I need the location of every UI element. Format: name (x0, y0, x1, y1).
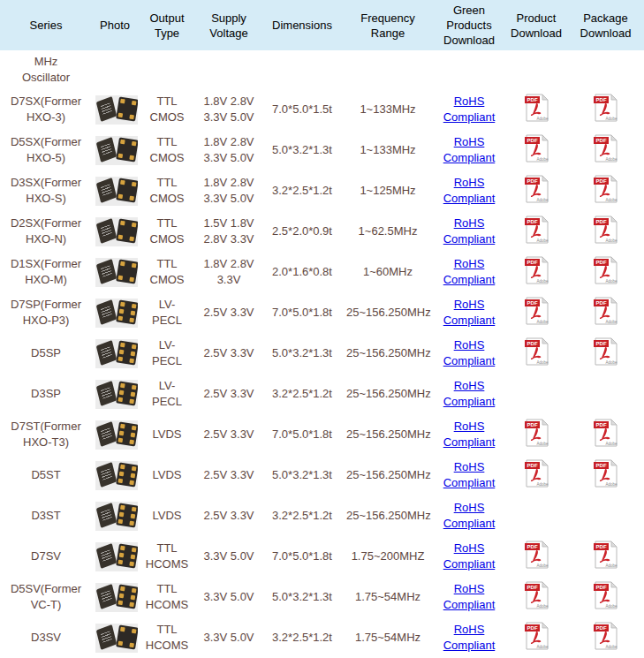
rohs-compliant-link[interactable]: RoHS Compliant (443, 256, 496, 288)
dimensions-cell: 3.2*2.5*1.2t (261, 170, 343, 211)
chip-pad (132, 628, 137, 633)
product-download-cell: PDF Adobe (505, 292, 567, 333)
chip-pad (129, 561, 134, 566)
series-cell: D2SX(Former HXO-N) (0, 211, 92, 252)
rohs-compliant-link[interactable]: RoHS Compliant (443, 581, 496, 613)
svg-text:Adobe: Adobe (536, 278, 549, 283)
column-header-frequency-range: Frequency Range (343, 0, 433, 50)
oscillator-photo (95, 136, 138, 165)
product-pdf-icon[interactable]: PDF Adobe (525, 459, 549, 488)
package-pdf-icon[interactable]: PDF Adobe (594, 459, 617, 488)
chip-bottom-view (116, 381, 138, 405)
rohs-compliant-link[interactable]: RoHS Compliant (443, 216, 496, 247)
chip-pad (132, 181, 137, 186)
product-pdf-icon[interactable]: PDF Adobe (525, 581, 549, 609)
frequency-range-value: 1.75~200MHZ (352, 549, 425, 563)
series-cell: D7SV (0, 536, 92, 577)
photo-cell (92, 455, 138, 495)
rohs-compliant-link[interactable]: RoHS Compliant (443, 378, 496, 410)
photo-cell (92, 333, 138, 374)
output-type-value: LV- PECL (152, 298, 182, 327)
package-pdf-icon[interactable]: PDF Adobe (594, 419, 617, 447)
package-pdf-icon[interactable]: PDF Adobe (594, 175, 617, 203)
table-row: D3SX(Former HXO-S) TTL CMOS 1.8V 2.8V 3.… (0, 170, 644, 211)
product-pdf-icon[interactable]: PDF Adobe (525, 175, 549, 203)
rohs-compliant-link[interactable]: RoHS Compliant (443, 94, 496, 125)
product-pdf-icon[interactable]: PDF Adobe (525, 134, 549, 163)
product-pdf-icon[interactable]: PDF Adobe (525, 622, 549, 650)
supply-voltage-value: 3.3V 5.0V (203, 549, 254, 563)
svg-text:PDF: PDF (527, 97, 537, 102)
series-name: D3ST (31, 509, 60, 522)
svg-text:Adobe: Adobe (536, 603, 549, 608)
chip-pad (119, 593, 125, 598)
product-pdf-icon[interactable]: PDF Adobe (525, 94, 549, 122)
oscillator-photo (95, 217, 138, 246)
svg-text:PDF: PDF (596, 463, 607, 468)
output-type-cell: TTL HCOMS (138, 577, 196, 617)
package-pdf-icon[interactable]: PDF Adobe (594, 216, 617, 244)
supply-voltage-value: 2.5V 3.3V (203, 468, 254, 481)
green-products-cell: RoHS Compliant (433, 617, 505, 658)
supply-voltage-value: 3.3V 5.0V (203, 631, 254, 644)
package-pdf-icon[interactable]: PDF Adobe (594, 337, 617, 366)
dimensions-value: 3.2*2.5*1.2t (272, 509, 332, 522)
series-cell: D3ST (0, 495, 92, 536)
output-type-cell: TTL CMOS (138, 252, 196, 292)
column-header-output-type: Output Type (138, 0, 196, 50)
rohs-compliant-link[interactable]: RoHS Compliant (443, 500, 496, 532)
svg-text:PDF: PDF (527, 625, 537, 631)
package-pdf-icon[interactable]: PDF Adobe (594, 581, 617, 609)
rohs-compliant-link[interactable]: RoHS Compliant (443, 419, 496, 450)
svg-text:Adobe: Adobe (606, 156, 618, 161)
series-name: D5SV(Former VC-T) (11, 582, 81, 611)
rohs-compliant-link[interactable]: RoHS Compliant (443, 175, 496, 207)
package-pdf-icon[interactable]: PDF Adobe (594, 134, 617, 163)
frequency-range-cell: 1~125MHz (343, 170, 433, 211)
svg-text:Adobe: Adobe (606, 563, 618, 567)
chip-pad (117, 437, 123, 442)
series-cell: D5SX(Former HXO-5) (0, 130, 92, 170)
product-download-cell: PDF Adobe (505, 577, 567, 617)
product-pdf-icon[interactable]: PDF Adobe (525, 337, 549, 366)
product-pdf-icon[interactable]: PDF Adobe (525, 541, 549, 569)
rohs-compliant-link[interactable]: RoHS Compliant (443, 541, 496, 572)
chip-top-view (96, 178, 117, 203)
chip-top-view (96, 462, 117, 488)
rohs-compliant-link[interactable]: RoHS Compliant (443, 337, 496, 369)
package-pdf-icon[interactable]: PDF Adobe (594, 297, 617, 325)
chip-pad (117, 193, 123, 199)
product-download-cell: PDF Adobe (505, 252, 567, 292)
svg-text:Adobe: Adobe (606, 238, 618, 242)
green-products-cell: RoHS Compliant (433, 414, 505, 455)
product-pdf-icon[interactable]: PDF Adobe (525, 297, 549, 325)
package-pdf-icon[interactable]: PDF Adobe (594, 622, 617, 650)
package-download-cell: PDF Adobe (567, 292, 644, 333)
product-pdf-icon[interactable]: PDF Adobe (525, 419, 549, 447)
svg-text:PDF: PDF (596, 625, 607, 631)
product-pdf-icon[interactable]: PDF Adobe (525, 216, 549, 244)
rohs-compliant-link[interactable]: RoHS Compliant (443, 459, 496, 491)
chip-pad (117, 640, 123, 646)
dimensions-cell: 7.0*5.0*1.8t (261, 292, 343, 333)
package-pdf-icon[interactable]: PDF Adobe (594, 541, 617, 569)
rohs-compliant-link[interactable]: RoHS Compliant (443, 134, 496, 166)
dimensions-value: 3.2*2.5*1.2t (272, 184, 332, 197)
green-products-cell: RoHS Compliant (433, 170, 505, 211)
dimensions-value: 7.0*5.0*1.8t (272, 427, 332, 441)
product-pdf-icon[interactable]: PDF Adobe (525, 256, 549, 284)
chip-bottom-view (116, 137, 138, 162)
chip-pad (120, 504, 125, 510)
product-download-cell (505, 374, 567, 414)
chip-pad (129, 195, 134, 200)
package-download-cell: PDF Adobe (567, 252, 644, 292)
chip-pad (117, 234, 123, 239)
rohs-compliant-link[interactable]: RoHS Compliant (443, 297, 496, 329)
oscillator-photo (95, 583, 138, 612)
supply-voltage-cell: 3.3V 5.0V (196, 617, 261, 658)
package-pdf-icon[interactable]: PDF Adobe (594, 94, 617, 122)
package-pdf-icon[interactable]: PDF Adobe (594, 256, 617, 284)
rohs-compliant-link[interactable]: RoHS Compliant (443, 622, 496, 654)
chip-bottom-view (116, 421, 138, 446)
chip-pad (120, 382, 125, 388)
